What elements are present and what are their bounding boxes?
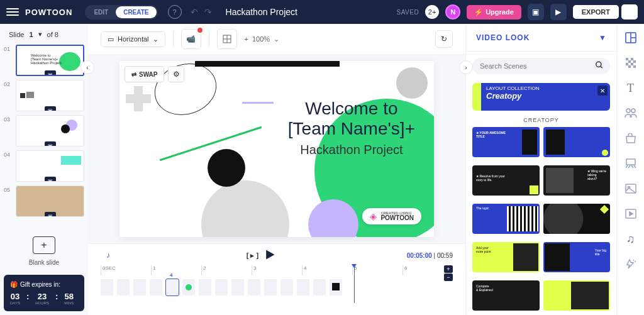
- slide-badge-icon: ▣: [45, 106, 56, 111]
- characters-icon[interactable]: [623, 106, 638, 121]
- credits-badge[interactable]: 2+: [425, 5, 439, 19]
- video-look-title: VIDEO LOOK: [476, 33, 530, 42]
- text-icon[interactable]: T: [623, 80, 638, 96]
- gift-banner[interactable]: 🎁 Gift expires in: 03DAYS: 23HOURS: 58MI…: [4, 275, 84, 311]
- grid-button[interactable]: [217, 29, 237, 49]
- background-icon[interactable]: [623, 55, 638, 70]
- tools-rail: T ♫: [616, 24, 644, 315]
- timeline-item[interactable]: [199, 279, 211, 296]
- zoom-control[interactable]: + 100% ⌄: [245, 35, 280, 43]
- sound-icon[interactable]: ♫: [623, 231, 638, 246]
- mode-toggle: EDIT CREATE: [85, 5, 157, 19]
- canvas[interactable]: ⇄ SWAP ⚙ Welcome to [Team Name's]+ Hacka…: [119, 61, 434, 237]
- scene-thumb[interactable]: ★ Wing we'retalkingabout?: [543, 165, 611, 196]
- canvas-subtitle[interactable]: Hackathon Project: [288, 143, 415, 157]
- timeline-item[interactable]: [101, 279, 113, 296]
- svg-point-17: [631, 109, 635, 113]
- slide-item-04[interactable]: 04 ▣: [4, 150, 84, 182]
- timeline-item[interactable]: [117, 279, 130, 296]
- camera-button[interactable]: 📹: [181, 29, 201, 49]
- scene-thumb[interactable]: Your bigtitle: [543, 242, 611, 272]
- scene-thumb[interactable]: ★ YOUR AWESOMETITLE: [472, 127, 540, 157]
- timeline-item[interactable]: [182, 279, 195, 296]
- edit-mode-button[interactable]: EDIT: [86, 6, 116, 18]
- timeline-item[interactable]: [231, 279, 244, 296]
- create-mode-button[interactable]: CREATE: [116, 6, 156, 18]
- chevron-down-icon[interactable]: ▼: [599, 33, 606, 42]
- range-play-icon[interactable]: [ ▸ ]: [247, 251, 258, 260]
- slides-panel: Slide 1▾ of 8 ‹ 01 Welcome to[Team Name'…: [0, 24, 88, 315]
- slide-item-05[interactable]: 05 ▣: [4, 185, 84, 217]
- gift-title: 🎁 Gift expires in:: [10, 281, 78, 288]
- project-title[interactable]: Hackathon Project: [226, 7, 297, 17]
- slide-item-01[interactable]: 01 Welcome to[Team Name's]+Hackathon Pro…: [4, 45, 84, 76]
- scene-thumb[interactable]: Compare& Explained: [472, 280, 540, 311]
- timeline-item[interactable]: [215, 279, 228, 296]
- timeline-item[interactable]: [264, 279, 277, 296]
- undo-icon[interactable]: ↶: [191, 7, 198, 17]
- preview-icon[interactable]: ▣: [528, 4, 544, 20]
- svg-point-16: [626, 109, 630, 113]
- effects-icon[interactable]: [623, 257, 638, 272]
- timeline-item[interactable]: [297, 279, 309, 296]
- scene-thumb[interactable]: [543, 127, 611, 157]
- slide-badge-icon: ▣: [45, 70, 56, 76]
- add-blank-slide-button[interactable]: +: [33, 236, 55, 254]
- scene-thumb[interactable]: [543, 280, 611, 311]
- upgrade-button[interactable]: ⚡ Upgrade: [467, 5, 521, 19]
- export-caret-icon[interactable]: ⌄: [621, 4, 638, 19]
- avatar[interactable]: N: [445, 4, 460, 19]
- help-icon[interactable]: ?: [168, 5, 182, 19]
- timeline-remove-icon[interactable]: −: [444, 274, 453, 281]
- timeline-item[interactable]: [330, 279, 342, 296]
- collection-label: CREATOPY: [466, 117, 616, 123]
- props-icon[interactable]: [623, 131, 638, 146]
- gear-icon[interactable]: ⚙: [168, 66, 184, 82]
- layout-icon[interactable]: [623, 30, 638, 45]
- canvas-title-2[interactable]: [Team Name's]+: [288, 119, 415, 139]
- slide-item-02[interactable]: 02 ▣: [4, 80, 84, 111]
- slide-current[interactable]: 1: [29, 31, 33, 38]
- svg-rect-13: [631, 63, 633, 65]
- timeline: ♪ [ ▸ ] 00:05:00 | 00:59 0SEC 1 2 3 4 5 …: [88, 243, 465, 315]
- timeline-item[interactable]: [280, 279, 293, 296]
- scene-thumb[interactable]: [543, 204, 611, 234]
- orientation-selector[interactable]: ▭ Horizontal ⌄: [101, 31, 165, 47]
- canvas-title-1[interactable]: Welcome to: [288, 99, 415, 119]
- timeline-item[interactable]: [133, 279, 146, 296]
- menu-icon[interactable]: [6, 8, 19, 16]
- video-icon[interactable]: [623, 206, 638, 221]
- collapse-panel-icon[interactable]: ‹: [80, 60, 94, 74]
- scene-grid: ★ YOUR AWESOMETITLE ★ Resolve from yours…: [466, 127, 616, 315]
- svg-rect-9: [631, 58, 633, 60]
- collection-banner[interactable]: LAYOUT COLLECTION Creatopy ✕: [472, 83, 610, 111]
- swap-button[interactable]: ⇄ SWAP: [125, 66, 164, 82]
- timeline-item[interactable]: 4: [166, 279, 179, 296]
- timeline-item[interactable]: [248, 279, 260, 296]
- search-input[interactable]: [472, 58, 610, 74]
- timeline-ruler[interactable]: 0SEC 1 2 3 4 5 6 + −: [101, 265, 453, 275]
- shapes-icon[interactable]: [623, 156, 638, 171]
- music-icon[interactable]: ♪: [101, 248, 116, 263]
- redo-icon[interactable]: ↷: [204, 7, 212, 17]
- images-icon[interactable]: [623, 181, 638, 196]
- timeline-add-icon[interactable]: +: [444, 265, 453, 273]
- refresh-button[interactable]: ↻: [435, 30, 453, 48]
- scene-thumb[interactable]: The topic: [472, 204, 540, 234]
- export-button[interactable]: EXPORT: [573, 5, 619, 19]
- play-icon[interactable]: ▶: [550, 4, 567, 20]
- slide-item-03[interactable]: 03 ▣: [4, 115, 84, 146]
- svg-point-3: [596, 62, 601, 67]
- timeline-item[interactable]: [150, 279, 162, 296]
- scene-thumb[interactable]: ★ Resolve from yourstory to life.: [472, 165, 540, 196]
- expand-panel-icon[interactable]: ›: [459, 60, 473, 74]
- search-icon[interactable]: [595, 61, 604, 72]
- slide-label: Slide: [9, 31, 24, 38]
- scene-thumb[interactable]: Add yourmore point: [472, 242, 540, 272]
- canvas-area: ▭ Horizontal ⌄ 📹 + 100% ⌄ ↻ ⇄ SWAP ⚙: [88, 24, 465, 315]
- svg-rect-10: [628, 60, 631, 63]
- timeline-item[interactable]: [313, 279, 326, 296]
- close-icon[interactable]: ✕: [597, 86, 608, 96]
- play-button[interactable]: [264, 248, 276, 263]
- playhead[interactable]: [354, 265, 355, 303]
